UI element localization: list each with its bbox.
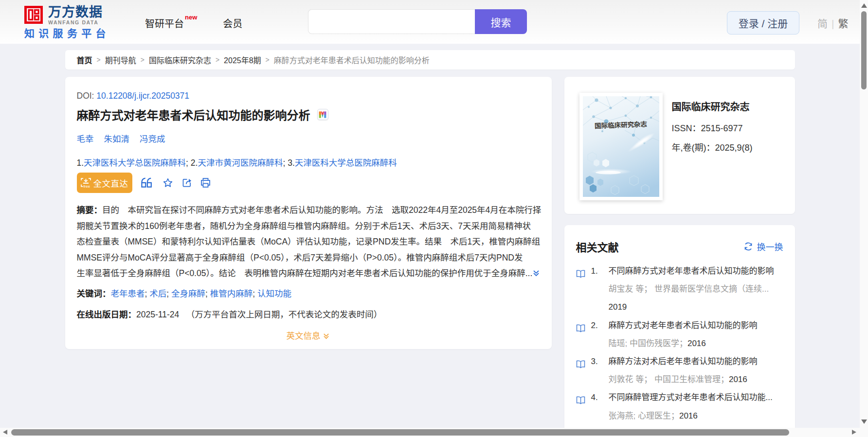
svg-text:free: free [83,184,90,188]
